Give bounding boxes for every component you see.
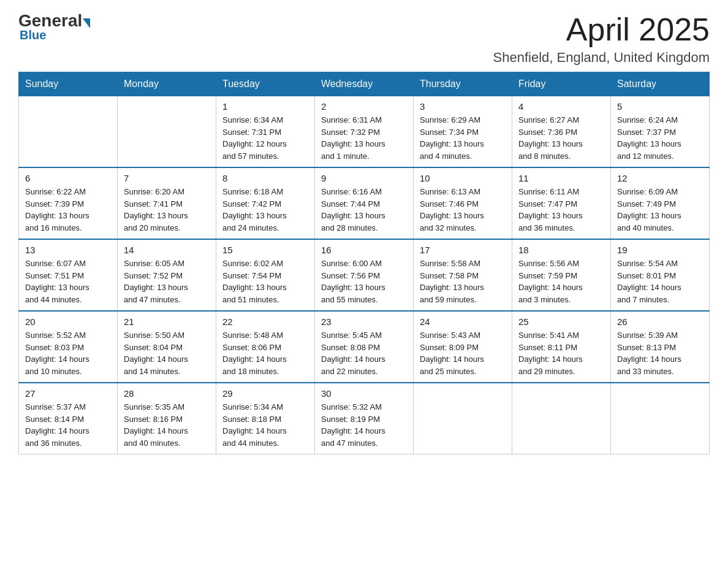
calendar-cell	[19, 96, 118, 168]
day-number: 7	[124, 173, 210, 183]
header-cell-tuesday: Tuesday	[216, 72, 315, 96]
calendar-cell: 13Sunrise: 6:07 AM Sunset: 7:51 PM Dayli…	[19, 239, 118, 311]
day-info: Sunrise: 5:35 AM Sunset: 8:16 PM Dayligh…	[124, 401, 210, 449]
calendar-cell: 22Sunrise: 5:48 AM Sunset: 8:06 PM Dayli…	[216, 311, 315, 383]
day-info: Sunrise: 6:22 AM Sunset: 7:39 PM Dayligh…	[25, 186, 111, 234]
calendar-cell: 26Sunrise: 5:39 AM Sunset: 8:13 PM Dayli…	[611, 311, 710, 383]
day-number: 14	[124, 245, 210, 255]
day-number: 30	[321, 388, 407, 399]
calendar-cell: 29Sunrise: 5:34 AM Sunset: 8:18 PM Dayli…	[216, 383, 315, 454]
day-info: Sunrise: 6:18 AM Sunset: 7:42 PM Dayligh…	[222, 186, 308, 234]
title-area: April 2025 Shenfield, England, United Ki…	[493, 12, 710, 66]
day-info: Sunrise: 6:31 AM Sunset: 7:32 PM Dayligh…	[321, 114, 407, 162]
day-info: Sunrise: 6:13 AM Sunset: 7:46 PM Dayligh…	[420, 186, 506, 234]
calendar-cell	[512, 383, 611, 454]
header-cell-friday: Friday	[512, 72, 611, 96]
day-info: Sunrise: 6:05 AM Sunset: 7:52 PM Dayligh…	[124, 258, 210, 305]
day-number: 6	[25, 173, 111, 183]
day-number: 24	[420, 316, 506, 327]
day-info: Sunrise: 6:11 AM Sunset: 7:47 PM Dayligh…	[518, 186, 604, 234]
day-number: 19	[617, 245, 703, 255]
day-number: 23	[321, 316, 407, 327]
location-text: Shenfield, England, United Kingdom	[493, 50, 710, 66]
calendar-cell: 4Sunrise: 6:27 AM Sunset: 7:36 PM Daylig…	[512, 96, 611, 168]
day-number: 11	[518, 173, 604, 183]
calendar-cell: 16Sunrise: 6:00 AM Sunset: 7:56 PM Dayli…	[315, 239, 414, 311]
calendar-cell: 30Sunrise: 5:32 AM Sunset: 8:19 PM Dayli…	[315, 383, 414, 454]
logo-general-text: General	[18, 12, 82, 29]
calendar-cell: 10Sunrise: 6:13 AM Sunset: 7:46 PM Dayli…	[414, 167, 512, 239]
calendar-cell: 18Sunrise: 5:56 AM Sunset: 7:59 PM Dayli…	[512, 239, 611, 311]
calendar-cell: 2Sunrise: 6:31 AM Sunset: 7:32 PM Daylig…	[315, 96, 414, 168]
calendar-cell	[611, 383, 710, 454]
week-row-2: 13Sunrise: 6:07 AM Sunset: 7:51 PM Dayli…	[19, 239, 710, 311]
day-info: Sunrise: 5:34 AM Sunset: 8:18 PM Dayligh…	[222, 401, 308, 449]
header-cell-sunday: Sunday	[19, 72, 118, 96]
week-row-1: 6Sunrise: 6:22 AM Sunset: 7:39 PM Daylig…	[19, 167, 710, 239]
day-number: 2	[321, 101, 407, 112]
calendar-cell	[414, 383, 512, 454]
calendar-cell	[118, 96, 216, 168]
day-info: Sunrise: 6:09 AM Sunset: 7:49 PM Dayligh…	[617, 186, 703, 234]
day-number: 5	[617, 101, 703, 112]
day-info: Sunrise: 6:27 AM Sunset: 7:36 PM Dayligh…	[518, 114, 604, 162]
day-number: 28	[124, 388, 210, 399]
calendar-cell: 5Sunrise: 6:24 AM Sunset: 7:37 PM Daylig…	[611, 96, 710, 168]
header-cell-saturday: Saturday	[611, 72, 710, 96]
calendar-cell: 20Sunrise: 5:52 AM Sunset: 8:03 PM Dayli…	[19, 311, 118, 383]
calendar-header: SundayMondayTuesdayWednesdayThursdayFrid…	[19, 72, 710, 96]
calendar-cell: 17Sunrise: 5:58 AM Sunset: 7:58 PM Dayli…	[414, 239, 512, 311]
day-info: Sunrise: 5:48 AM Sunset: 8:06 PM Dayligh…	[222, 329, 308, 377]
calendar-cell: 1Sunrise: 6:34 AM Sunset: 7:31 PM Daylig…	[216, 96, 315, 168]
day-info: Sunrise: 6:24 AM Sunset: 7:37 PM Dayligh…	[617, 114, 703, 162]
day-number: 4	[518, 101, 604, 112]
day-number: 21	[124, 316, 210, 327]
calendar-cell: 27Sunrise: 5:37 AM Sunset: 8:14 PM Dayli…	[19, 383, 118, 454]
calendar-cell: 24Sunrise: 5:43 AM Sunset: 8:09 PM Dayli…	[414, 311, 512, 383]
calendar-cell: 14Sunrise: 6:05 AM Sunset: 7:52 PM Dayli…	[118, 239, 216, 311]
header-row: SundayMondayTuesdayWednesdayThursdayFrid…	[19, 72, 710, 96]
calendar-cell: 23Sunrise: 5:45 AM Sunset: 8:08 PM Dayli…	[315, 311, 414, 383]
calendar-cell: 12Sunrise: 6:09 AM Sunset: 7:49 PM Dayli…	[611, 167, 710, 239]
month-title: April 2025	[493, 12, 710, 47]
day-info: Sunrise: 5:52 AM Sunset: 8:03 PM Dayligh…	[25, 329, 111, 377]
page-header: General Blue April 2025 Shenfield, Engla…	[18, 12, 710, 66]
day-info: Sunrise: 5:37 AM Sunset: 8:14 PM Dayligh…	[25, 401, 111, 449]
header-cell-monday: Monday	[118, 72, 216, 96]
calendar-body: 1Sunrise: 6:34 AM Sunset: 7:31 PM Daylig…	[19, 96, 710, 454]
day-number: 16	[321, 245, 407, 255]
day-info: Sunrise: 5:54 AM Sunset: 8:01 PM Dayligh…	[617, 258, 703, 305]
day-info: Sunrise: 5:45 AM Sunset: 8:08 PM Dayligh…	[321, 329, 407, 377]
day-number: 10	[420, 173, 506, 183]
week-row-4: 27Sunrise: 5:37 AM Sunset: 8:14 PM Dayli…	[19, 383, 710, 454]
day-number: 26	[617, 316, 703, 327]
header-cell-thursday: Thursday	[414, 72, 512, 96]
week-row-0: 1Sunrise: 6:34 AM Sunset: 7:31 PM Daylig…	[19, 96, 710, 168]
day-info: Sunrise: 6:00 AM Sunset: 7:56 PM Dayligh…	[321, 258, 407, 305]
calendar-table: SundayMondayTuesdayWednesdayThursdayFrid…	[18, 72, 710, 454]
day-info: Sunrise: 5:56 AM Sunset: 7:59 PM Dayligh…	[518, 258, 604, 305]
calendar-cell: 11Sunrise: 6:11 AM Sunset: 7:47 PM Dayli…	[512, 167, 611, 239]
day-number: 20	[25, 316, 111, 327]
logo-blue-text: Blue	[20, 28, 46, 42]
day-number: 22	[222, 316, 308, 327]
day-info: Sunrise: 5:50 AM Sunset: 8:04 PM Dayligh…	[124, 329, 210, 377]
calendar-cell: 6Sunrise: 6:22 AM Sunset: 7:39 PM Daylig…	[19, 167, 118, 239]
day-info: Sunrise: 5:32 AM Sunset: 8:19 PM Dayligh…	[321, 401, 407, 449]
calendar-cell: 19Sunrise: 5:54 AM Sunset: 8:01 PM Dayli…	[611, 239, 710, 311]
day-number: 3	[420, 101, 506, 112]
logo-arrow-icon	[83, 18, 90, 28]
day-number: 18	[518, 245, 604, 255]
day-info: Sunrise: 6:07 AM Sunset: 7:51 PM Dayligh…	[25, 258, 111, 305]
calendar-cell: 7Sunrise: 6:20 AM Sunset: 7:41 PM Daylig…	[118, 167, 216, 239]
day-info: Sunrise: 5:41 AM Sunset: 8:11 PM Dayligh…	[518, 329, 604, 377]
day-info: Sunrise: 5:43 AM Sunset: 8:09 PM Dayligh…	[420, 329, 506, 377]
day-number: 15	[222, 245, 308, 255]
day-info: Sunrise: 6:02 AM Sunset: 7:54 PM Dayligh…	[222, 258, 308, 305]
day-number: 17	[420, 245, 506, 255]
day-number: 25	[518, 316, 604, 327]
day-number: 1	[222, 101, 308, 112]
calendar-cell: 21Sunrise: 5:50 AM Sunset: 8:04 PM Dayli…	[118, 311, 216, 383]
day-info: Sunrise: 6:20 AM Sunset: 7:41 PM Dayligh…	[124, 186, 210, 234]
calendar-cell: 28Sunrise: 5:35 AM Sunset: 8:16 PM Dayli…	[118, 383, 216, 454]
